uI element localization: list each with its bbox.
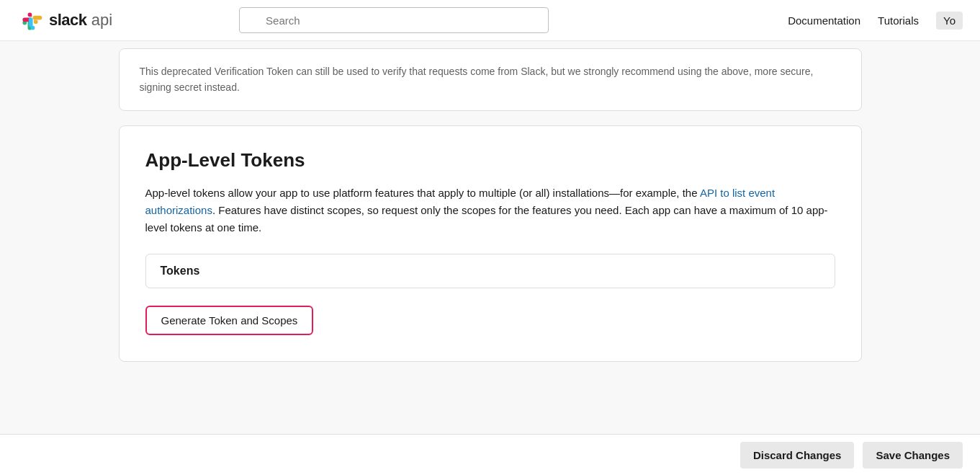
app-level-tokens-description: App-level tokens allow your app to use p…	[145, 185, 835, 236]
main-content: This deprecated Verification Token can s…	[0, 48, 980, 434]
nav-user-abbrev[interactable]: Yo	[936, 12, 963, 30]
app-level-tokens-card: App-Level Tokens App-level tokens allow …	[119, 125, 862, 362]
deprecated-token-card: This deprecated Verification Token can s…	[119, 48, 862, 111]
logo-brand: slack api	[49, 11, 112, 30]
search-input[interactable]	[239, 7, 549, 33]
logo-area: slack api	[17, 7, 112, 33]
search-container	[239, 7, 549, 33]
tokens-box: Tokens	[145, 254, 835, 288]
content-area: This deprecated Verification Token can s…	[102, 48, 879, 362]
nav-links: Documentation Tutorials Yo	[788, 12, 963, 30]
slack-logo-icon	[17, 7, 43, 33]
app-level-tokens-title: App-Level Tokens	[145, 149, 835, 172]
nav-documentation[interactable]: Documentation	[788, 14, 860, 27]
description-part2: . Features have distinct scopes, so requ…	[145, 204, 828, 234]
description-part1: App-level tokens allow your app to use p…	[145, 187, 700, 199]
tokens-label: Tokens	[161, 265, 200, 277]
footer-bar: Discard Changes Save Changes	[0, 434, 980, 475]
discard-changes-button[interactable]: Discard Changes	[740, 442, 855, 469]
generate-token-button[interactable]: Generate Token and Scopes	[145, 306, 314, 335]
nav-tutorials[interactable]: Tutorials	[878, 14, 919, 27]
deprecated-token-text: This deprecated Verification Token can s…	[140, 63, 841, 96]
save-changes-button[interactable]: Save Changes	[863, 442, 963, 469]
search-wrapper	[239, 7, 549, 33]
header: slack api Documentation Tutorials Yo	[0, 0, 980, 41]
